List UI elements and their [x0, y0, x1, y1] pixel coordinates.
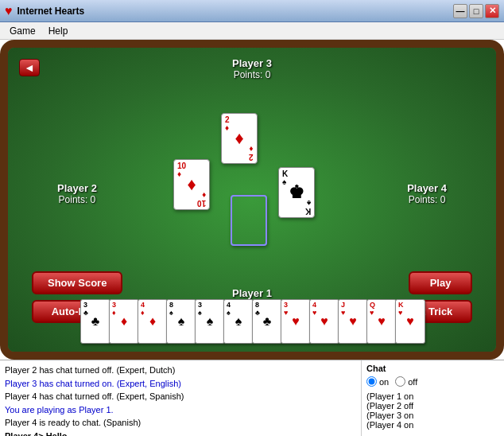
hand-card-3[interactable]: 8♠ ♠ [166, 299, 196, 344]
player2-name: Player 2 [57, 182, 97, 194]
chat-message-1: Player 3 has chat turned on. (Expert, En… [5, 377, 356, 391]
maximize-button[interactable]: □ [469, 4, 483, 18]
hand-card-1[interactable]: 3♦ ♦ [109, 299, 139, 344]
app-icon: ♥ [5, 4, 13, 18]
back-button[interactable]: ◄ [19, 59, 40, 76]
radio-on[interactable] [366, 376, 377, 387]
menu-bar: Game Help [0, 22, 504, 40]
hand-card-11[interactable]: K♥ ♥ [395, 299, 425, 344]
player3-name: Player 3 [232, 57, 272, 69]
player2-points: Points: 0 [57, 194, 97, 205]
chat-message-0: Player 2 has chat turned off. (Expert, D… [5, 364, 356, 377]
center-card-p4: K♠ ♚ K♠ [278, 167, 315, 218]
hand-card-7[interactable]: 3♥ ♥ [281, 299, 311, 344]
menu-help[interactable]: Help [42, 24, 75, 38]
player2-label: Player 2 Points: 0 [57, 182, 97, 205]
hand-card-0[interactable]: 3♣ ♣ [80, 299, 110, 344]
chat-panel-header: Chat [366, 364, 499, 373]
game-table: ◄ Player 3 Points: 0 Player 2 Points: 0 … [0, 40, 504, 360]
hand-card-9[interactable]: J♥ ♥ [338, 299, 368, 344]
chat-player-3: (Player 3 on [366, 411, 499, 420]
center-card-p3: 2♦ ♦ 2♦ [221, 113, 258, 164]
show-score-button[interactable]: Show Score [32, 271, 122, 294]
radio-off-label[interactable]: off [395, 376, 417, 387]
bottom-panel: Player 2 has chat turned off. (Expert, D… [0, 360, 504, 436]
player4-name: Player 4 [407, 182, 447, 194]
hand-card-10[interactable]: Q♥ ♥ [366, 299, 397, 344]
title-bar: ♥ Internet Hearts — □ ✕ [0, 0, 504, 22]
player4-label: Player 4 Points: 0 [407, 182, 447, 205]
hand-card-2[interactable]: 4♦ ♦ [138, 299, 168, 344]
close-button[interactable]: ✕ [485, 4, 499, 18]
center-card-p1-placeholder [231, 195, 267, 246]
chat-player-4: (Player 4 on [366, 420, 499, 430]
minimize-button[interactable]: — [453, 4, 467, 18]
chat-panel: Chat on off (Player 1 on (Player 2 off (… [361, 360, 504, 436]
hand-cards: 3♣ ♣ 3♦ ♦ 4♦ ♦ 8♠ ♠ 3♠ ♠ 4♠ ♠ 8♣ ♣ 3♥ ♥ [80, 299, 424, 344]
hand-card-6[interactable]: 8♣ ♣ [252, 299, 282, 344]
player1-name: Player 1 [232, 287, 272, 299]
menu-game[interactable]: Game [3, 24, 42, 38]
center-card-p2: 10♦ ♦ 10♦ [173, 159, 210, 210]
hand-card-5[interactable]: 4♠ ♠ [223, 299, 254, 344]
radio-group: on off [366, 376, 499, 387]
chat-log: Player 2 has chat turned off. (Expert, D… [0, 360, 361, 436]
hand-card-8[interactable]: 4♥ ♥ [309, 299, 339, 344]
radio-on-text: on [379, 377, 389, 387]
player3-points: Points: 0 [232, 69, 272, 80]
title-bar-text: Internet Hearts [17, 6, 449, 17]
player3-label: Player 3 Points: 0 [232, 57, 272, 80]
chat-message-4: Player 4 is ready to chat. (Spanish) [5, 416, 356, 430]
player4-points: Points: 0 [407, 194, 447, 205]
radio-off-text: off [408, 377, 417, 387]
chat-message-2: Player 4 has chat turned off. (Expert, S… [5, 390, 356, 403]
hand-card-4[interactable]: 3♠ ♠ [195, 299, 225, 344]
chat-message-3: You are playing as Player 1. [5, 403, 356, 417]
title-bar-buttons: — □ ✕ [453, 4, 499, 18]
chat-player-2: (Player 2 off [366, 401, 499, 411]
radio-off[interactable] [395, 376, 405, 387]
play-button[interactable]: Play [409, 271, 472, 294]
chat-message-5: Player 4> Hello [5, 430, 356, 437]
chat-player-1: (Player 1 on [366, 391, 499, 401]
radio-on-label[interactable]: on [366, 376, 389, 387]
